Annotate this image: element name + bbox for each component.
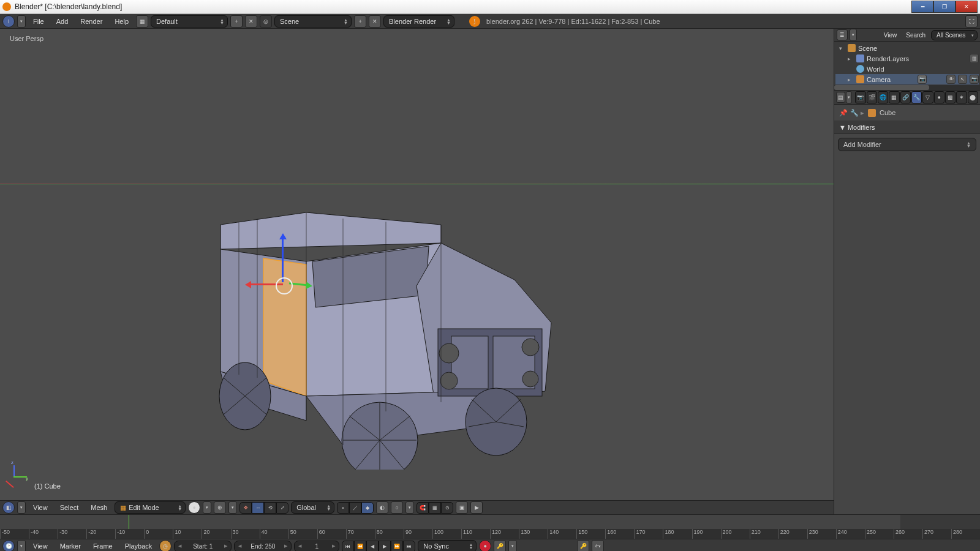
back-to-previous-icon[interactable]: ⛶ (965, 15, 978, 28)
3dview-menu-view[interactable]: View (28, 503, 53, 512)
tab-modifiers-icon[interactable]: 🔧 (911, 91, 922, 103)
tab-particles-icon[interactable]: ✶ (956, 91, 967, 103)
window-minimize-button[interactable]: ━ (911, 1, 933, 13)
pin-icon[interactable]: 📌 (839, 109, 846, 116)
pivot-point-icon[interactable]: ⊕ (214, 501, 226, 514)
limit-selection-icon[interactable]: ◐ (376, 501, 388, 514)
scene-remove-icon[interactable]: ✕ (369, 15, 381, 28)
info-editor-icon[interactable]: i (2, 15, 15, 28)
outliner-display-dropdown[interactable]: All Scenes▾ (931, 30, 978, 40)
proportional-edit-icon[interactable]: ○ (391, 501, 403, 514)
restrict-view-icon[interactable]: 👁 (946, 75, 956, 84)
tab-texture-icon[interactable]: ▩ (945, 91, 956, 103)
timeline-tick: 210 (750, 529, 778, 539)
render-engine-dropdown[interactable]: Blender Render▲▼ (383, 15, 454, 28)
add-modifier-dropdown[interactable]: Add Modifier▲▼ (838, 138, 976, 151)
info-expand-icon[interactable]: ▾ (17, 15, 26, 28)
tab-scene-icon[interactable]: 🎬 (867, 91, 877, 103)
timeline-menu-view[interactable]: View (28, 541, 53, 551)
keying-set-icon[interactable]: 🔑 (494, 540, 506, 551)
outliner-editor-icon[interactable]: ≣ (837, 29, 848, 40)
jump-start-icon[interactable]: ⏮ (342, 541, 354, 552)
proportional-expand-icon[interactable]: ▾ (405, 501, 414, 514)
outliner-menu-search[interactable]: Search (902, 31, 929, 39)
3d-viewport[interactable]: User Persp (0, 29, 834, 514)
tree-renderlayers[interactable]: ▸RenderLayers▥ (835, 53, 979, 64)
tab-physics-icon[interactable]: ⬤ (968, 91, 978, 103)
screen-layout-dropdown[interactable]: Default▲▼ (151, 15, 228, 28)
tab-render-icon[interactable]: 📷 (855, 91, 865, 103)
snap-target-icon[interactable]: ⊙ (441, 502, 453, 514)
modifiers-panel-header[interactable]: ▼ Modifiers (834, 121, 980, 134)
delete-keyframe-icon[interactable]: 🗝 (592, 540, 604, 551)
opengl-render-icon[interactable]: ▣ (456, 501, 468, 514)
camera-data-icon[interactable]: 📷 (918, 75, 927, 84)
next-keyframe-icon[interactable]: ⏩ (391, 541, 403, 552)
tab-world-icon[interactable]: 🌐 (878, 91, 888, 103)
insert-keyframe-icon[interactable]: 🔑 (577, 540, 589, 551)
mode-dropdown[interactable]: ▦Edit Mode▲▼ (115, 501, 186, 514)
scene-dropdown[interactable]: Scene▲▼ (274, 15, 352, 28)
end-frame-field[interactable]: ◀End: 250▶ (234, 541, 292, 552)
tab-objectdata-icon[interactable]: ▽ (922, 91, 933, 103)
timeline-menu-playback[interactable]: Playback (120, 541, 157, 551)
opengl-render-anim-icon[interactable]: ▶ (470, 501, 483, 514)
sync-dropdown[interactable]: No Sync▲▼ (418, 540, 477, 551)
play-icon[interactable]: ▶ (379, 541, 391, 552)
auto-keyframe-icon[interactable]: ● (479, 540, 491, 551)
menu-add[interactable]: Add (51, 17, 74, 26)
3dview-menu-mesh[interactable]: Mesh (86, 503, 112, 512)
manipulator-toggle-icon[interactable]: ✥ (239, 502, 252, 514)
3dview-expand-icon[interactable]: ▾ (17, 501, 26, 514)
tab-material-icon[interactable]: ● (934, 91, 944, 103)
play-reverse-icon[interactable]: ◀ (366, 541, 379, 552)
window-maximize-button[interactable]: ❐ (933, 1, 956, 13)
viewport-shading-expand-icon[interactable]: ▾ (203, 501, 211, 514)
restrict-select-icon[interactable]: ↖ (958, 75, 967, 84)
scene-browse-icon[interactable]: ◎ (260, 15, 272, 28)
jump-end-icon[interactable]: ⏭ (403, 541, 415, 552)
vertex-select-icon[interactable]: ▪ (337, 502, 349, 514)
properties-expand-icon[interactable]: ▾ (846, 91, 852, 103)
orientation-dropdown[interactable]: Global▲▼ (291, 501, 334, 514)
properties-editor-icon[interactable]: ▤ (836, 92, 845, 103)
edge-select-icon[interactable]: ／ (349, 502, 361, 514)
timeline-menu-frame[interactable]: Frame (88, 541, 118, 551)
tree-scene[interactable]: ▾Scene (835, 43, 979, 53)
prev-keyframe-icon[interactable]: ⏪ (354, 541, 366, 552)
menu-help[interactable]: Help (110, 17, 134, 26)
timeline-editor-icon[interactable]: 🕑 (2, 540, 15, 551)
menu-file[interactable]: File (28, 17, 49, 26)
pivot-expand-icon[interactable]: ▾ (228, 501, 237, 514)
manipulator-translate-icon[interactable]: ↔ (252, 502, 264, 514)
outliner-expand-icon[interactable]: ▾ (850, 29, 857, 41)
tab-constraints-icon[interactable]: 🔗 (900, 91, 911, 103)
timeline-menu-marker[interactable]: Marker (55, 541, 86, 551)
menu-render[interactable]: Render (75, 17, 107, 26)
tree-camera[interactable]: ▸Camera📷👁↖📷 (835, 74, 979, 84)
current-frame-field[interactable]: ◀1▶ (294, 541, 339, 552)
tree-world[interactable]: World (835, 64, 979, 74)
snap-toggle-icon[interactable]: 🧲 (417, 502, 429, 514)
scene-add-icon[interactable]: + (354, 15, 366, 28)
face-select-icon[interactable]: ◆ (361, 502, 374, 514)
3dview-editor-icon[interactable]: ◧ (2, 501, 15, 514)
timeline-canvas[interactable]: -50-40-30-20-100102030405060708090100110… (0, 515, 980, 539)
restrict-render-icon[interactable]: 📷 (970, 75, 979, 84)
keying-expand-icon[interactable]: ▾ (508, 540, 517, 551)
screen-layout-add-icon[interactable]: + (230, 15, 243, 28)
window-close-button[interactable]: ✕ (956, 1, 978, 13)
viewport-shading-icon[interactable]: ● (188, 501, 200, 514)
tab-object-icon[interactable]: ▦ (889, 91, 899, 103)
manipulator-scale-icon[interactable]: ⤢ (276, 502, 288, 514)
timeline-expand-icon[interactable]: ▾ (17, 540, 26, 551)
manipulator-rotate-icon[interactable]: ⟲ (264, 502, 276, 514)
screen-layout-browse-icon[interactable]: ▦ (136, 15, 148, 28)
start-frame-field[interactable]: ◀Start: 1▶ (174, 541, 232, 552)
outliner-menu-view[interactable]: View (880, 31, 901, 39)
screen-layout-remove-icon[interactable]: ✕ (245, 15, 257, 28)
snap-type-icon[interactable]: ▦ (429, 502, 441, 514)
use-preview-range-icon[interactable]: ◷ (159, 540, 172, 551)
3dview-menu-select[interactable]: Select (55, 503, 84, 512)
restrict-icon[interactable]: ▥ (970, 54, 979, 63)
